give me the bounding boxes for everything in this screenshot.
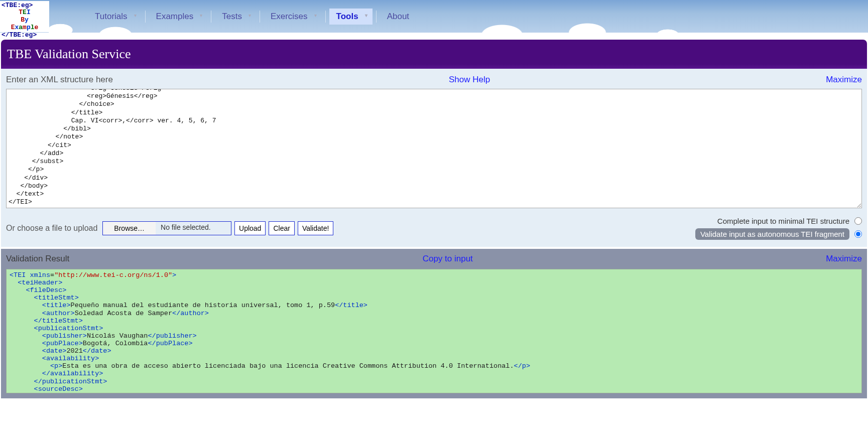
radio-autonomous-fragment[interactable] — [854, 230, 862, 238]
validation-result-code[interactable]: <TEI xmlns="http://www.tei-c.org/ns/1.0"… — [6, 269, 862, 393]
nav-item-tests[interactable]: Tests — [215, 9, 256, 25]
nav-item-tutorials[interactable]: Tutorials — [88, 9, 142, 25]
copy-to-input-link[interactable]: Copy to input — [423, 254, 473, 264]
nav-item-tools[interactable]: Tools — [329, 9, 373, 25]
upload-button[interactable]: Upload — [234, 221, 266, 235]
result-panel-header: Validation Result Copy to input Maximize — [6, 254, 862, 269]
logo-acronym3: Example — [2, 24, 48, 32]
radio-complete-minimal[interactable] — [854, 217, 862, 225]
result-label: Validation Result — [6, 254, 69, 264]
maximize-input-link[interactable]: Maximize — [826, 75, 862, 85]
input-panel-header: Enter an XML structure here Show Help Ma… — [6, 73, 862, 89]
validate-button[interactable]: Validate! — [298, 221, 333, 235]
top-nav: <TBE:eg> TEI By Example </TBE:eg> Tutori… — [0, 0, 868, 33]
logo-line-close: </TBE:eg> — [2, 32, 48, 39]
logo[interactable]: <TBE:eg> TEI By Example </TBE:eg> — [0, 1, 49, 32]
page-title: TBE Validation Service — [1, 40, 867, 69]
show-help-link[interactable]: Show Help — [449, 75, 490, 85]
nav-item-about[interactable]: About — [380, 9, 423, 25]
clear-button[interactable]: Clear — [269, 221, 294, 235]
nav-item-examples[interactable]: Examples — [149, 9, 208, 25]
browse-button[interactable]: Browse… — [103, 222, 156, 235]
file-input[interactable]: Browse… No file selected. — [102, 221, 231, 235]
maximize-result-link[interactable]: Maximize — [826, 254, 862, 264]
result-panel: Validation Result Copy to input Maximize… — [1, 249, 867, 398]
option-autonomous-fragment[interactable]: Validate input as autonomous TEI fragmen… — [695, 228, 862, 240]
upload-row: Or choose a file to upload Browse… No fi… — [6, 217, 862, 240]
logo-line-open: <TBE:eg> — [2, 2, 48, 10]
logo-acronym2: By — [2, 17, 48, 24]
option-complete-minimal[interactable]: Complete input to minimal TEI structure — [717, 217, 862, 225]
upload-label: Or choose a file to upload — [6, 224, 97, 233]
nav-item-exercises[interactable]: Exercises — [264, 9, 322, 25]
validation-options: Complete input to minimal TEI structure … — [695, 217, 862, 240]
file-name-display: No file selected. — [156, 222, 231, 235]
xml-input-textarea[interactable] — [6, 89, 862, 208]
logo-acronym: TEI — [2, 9, 48, 17]
nav-menu: TutorialsExamplesTestsExercisesToolsAbou… — [84, 9, 427, 25]
input-panel: Enter an XML structure here Show Help Ma… — [1, 69, 867, 247]
input-label: Enter an XML structure here — [6, 75, 113, 85]
